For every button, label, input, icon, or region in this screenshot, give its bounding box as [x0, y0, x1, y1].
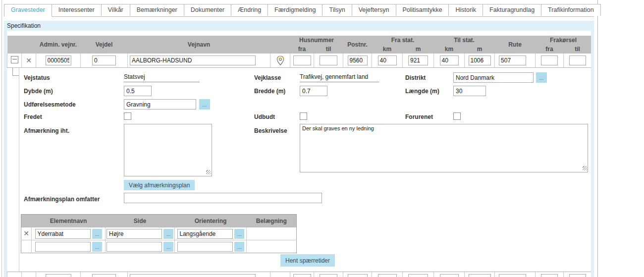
tab-interessenter[interactable]: Interessenter: [52, 4, 102, 16]
tab-tilsyn[interactable]: Tilsyn: [322, 4, 352, 16]
distrikt-input[interactable]: [453, 72, 534, 83]
orientering-lookup-button[interactable]: ...: [234, 229, 244, 239]
hent-spaerretider-button[interactable]: Hent spærretider: [280, 254, 335, 267]
tree-connector: [12, 68, 13, 75]
husnummer-fra-input[interactable]: [293, 55, 311, 65]
map-pin-icon[interactable]: [276, 55, 284, 65]
forurenet-label: Forurenet: [405, 113, 433, 120]
tab-vilkaar[interactable]: Vilkår: [102, 4, 130, 16]
delete-row-icon[interactable]: ✕: [26, 57, 32, 64]
side-lookup-button[interactable]: ...: [163, 229, 173, 239]
tab-bemaerkninger[interactable]: Bemærkninger: [130, 4, 184, 16]
orientering-lookup-button[interactable]: ...: [234, 242, 244, 252]
tab-faerdigmelding[interactable]: Færdigmelding: [268, 4, 322, 16]
beskrivelse-label: Beskrivelse: [254, 127, 287, 134]
til-stat-km-input[interactable]: [440, 55, 459, 65]
tab-bar: Gravesteder Interessenter Vilkår Bemærkn…: [4, 4, 594, 17]
col-postnr: Postnr.: [343, 36, 372, 54]
fra-stat-km-input[interactable]: [378, 55, 397, 65]
vejnavn-input[interactable]: [130, 274, 256, 277]
road-grid: Admin. vejnr. Vejdel Vejnavn Husnummer P…: [7, 36, 591, 68]
vejstatus-label: Vejstatus: [24, 74, 50, 81]
dybde-input[interactable]: [124, 86, 152, 96]
postnr-input[interactable]: [348, 55, 368, 65]
admin-vejnr-input[interactable]: [46, 274, 71, 277]
frakorsel-til-input[interactable]: [569, 274, 586, 277]
laengde-label: Længde (m): [405, 88, 439, 95]
col-admin-vejnr: Admin. vejnr.: [36, 36, 81, 54]
afmaerkningsplan-omfatter-input[interactable]: [124, 193, 322, 203]
col-orientering: Orientering: [175, 215, 247, 228]
delete-element-icon[interactable]: ✕: [23, 230, 29, 237]
beskrivelse-textarea[interactable]: Der skal graves en ny ledning: [300, 124, 588, 172]
rute-input[interactable]: [499, 274, 526, 277]
rute-input[interactable]: [499, 55, 526, 65]
bredde-input[interactable]: [300, 86, 327, 96]
tab-fakturagrundlag[interactable]: Fakturagrundlag: [483, 4, 541, 16]
til-stat-m-input[interactable]: [469, 55, 491, 65]
frakorsel-fra-input[interactable]: [541, 55, 558, 65]
belaegning-cell: [247, 240, 297, 253]
til-stat-m-input[interactable]: [469, 274, 491, 277]
husnummer-til-input[interactable]: [320, 55, 337, 65]
element-row-empty: ... ... ...: [21, 240, 297, 253]
udbudt-checkbox[interactable]: [300, 112, 307, 120]
tab-gravesteder[interactable]: Gravesteder: [4, 4, 52, 17]
tab-trafikinformation[interactable]: Trafikinformation: [541, 4, 601, 16]
laengde-input[interactable]: [453, 86, 486, 96]
husnummer-til-input[interactable]: [320, 274, 337, 277]
road-row: ✕: [7, 54, 591, 68]
element-row: ✕ ... ... ...: [21, 227, 297, 240]
vejklasse-value: Trafikvej, gennemfart land: [300, 73, 379, 82]
forurenet-checkbox[interactable]: [453, 112, 461, 120]
vejnavn-input[interactable]: [130, 55, 256, 65]
frakorsel-til-input[interactable]: [569, 55, 586, 65]
fredet-checkbox[interactable]: [124, 112, 131, 120]
elementnavn-lookup-button[interactable]: ...: [92, 229, 102, 239]
distrikt-label: Distrikt: [405, 74, 426, 81]
col-husnummer-fra: fra: [290, 45, 314, 54]
col-til-stat-km: km: [434, 45, 465, 54]
fredet-label: Fredet: [24, 113, 42, 120]
col-frakorsel: Frakørsel: [536, 36, 591, 45]
vejklasse-label: Vejklasse: [254, 74, 281, 81]
resize-grip-icon[interactable]: [583, 166, 587, 170]
orientering-input[interactable]: [177, 242, 233, 252]
fra-stat-m-input[interactable]: [408, 274, 428, 277]
tab-vejeftersyn[interactable]: Vejeftersyn: [352, 4, 396, 16]
fra-stat-km-input[interactable]: [378, 274, 397, 277]
tab-dokumenter[interactable]: Dokumenter: [184, 4, 231, 16]
resize-grip-icon[interactable]: [206, 170, 211, 174]
admin-vejnr-input[interactable]: [46, 55, 71, 65]
collapse-row-button[interactable]: [11, 56, 18, 63]
tab-aendring[interactable]: Ændring: [231, 4, 268, 16]
road-grid-new-row: [7, 272, 591, 277]
frakorsel-fra-input[interactable]: [541, 274, 558, 277]
postnr-input[interactable]: [348, 274, 368, 277]
vejdel-input[interactable]: [92, 274, 116, 277]
distrikt-lookup-button[interactable]: ...: [536, 72, 547, 83]
side-lookup-button[interactable]: ...: [163, 242, 173, 252]
elementnavn-lookup-button[interactable]: ...: [92, 242, 102, 252]
tab-historik[interactable]: Historik: [449, 4, 483, 16]
husnummer-fra-input[interactable]: [293, 274, 311, 277]
til-stat-km-input[interactable]: [440, 274, 459, 277]
side-input[interactable]: [107, 242, 162, 252]
afmaerkning-iht-textarea[interactable]: [124, 124, 212, 176]
orientering-input[interactable]: [177, 229, 233, 239]
fra-stat-m-input[interactable]: [408, 55, 428, 65]
afmaerkningsplan-omfatter-label: Afmærkningsplan omfatter: [24, 196, 100, 203]
road-row-empty: [7, 272, 591, 277]
udforelsesmetode-lookup-button[interactable]: ...: [199, 99, 210, 110]
elementnavn-input[interactable]: [35, 229, 91, 239]
element-table: Elementnavn Side Orientering Belægning ✕…: [21, 214, 297, 253]
element-table-header: Elementnavn Side Orientering Belægning: [21, 215, 297, 228]
udforelsesmetode-input[interactable]: [124, 99, 196, 110]
vejdel-input[interactable]: [92, 55, 116, 65]
section-title: Specifikation: [4, 21, 594, 31]
tab-politisamtykke[interactable]: Politisamtykke: [396, 4, 449, 16]
vaelg-afmaerkningsplan-button[interactable]: Vælg afmærkningsplan: [124, 180, 195, 190]
col-elementnavn: Elementnavn: [32, 215, 106, 228]
elementnavn-input[interactable]: [35, 242, 91, 252]
side-input[interactable]: [107, 229, 162, 239]
